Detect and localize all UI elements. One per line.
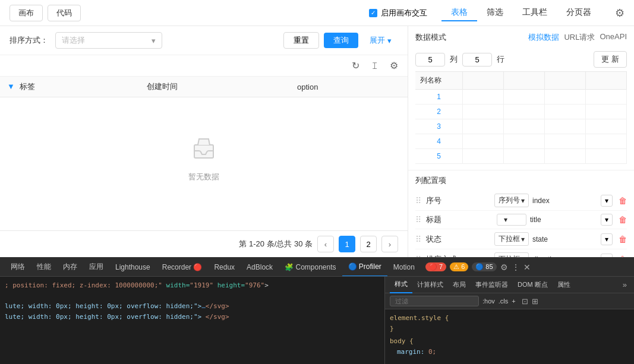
col-config-name: 状态 [426, 234, 491, 245]
filter-hov[interactable]: :hov [482, 297, 495, 305]
canvas-checkbox[interactable] [369, 9, 377, 17]
query-button[interactable]: 查询 [324, 33, 358, 48]
page-1-btn[interactable]: 1 [339, 236, 355, 252]
next-page-btn[interactable]: › [381, 236, 398, 252]
mode-url[interactable]: URL请求 [564, 32, 595, 43]
sort-select-placeholder: 请选择 [62, 35, 85, 46]
col-value-select[interactable]: ▾ [601, 233, 613, 245]
nav-tabs: 表格 筛选 工具栏 分页器 [441, 5, 601, 21]
devtools-right-tab-styles[interactable]: 样式 [390, 277, 412, 293]
col-cell-4-3 [504, 134, 545, 149]
main-area: 排序方式： 请选择 ▾ 重置 查询 展开 ▾ ↻ 𝙸 ⚙ [0, 26, 634, 257]
devtools-right-tab-events[interactable]: 事件监听器 [471, 277, 513, 293]
cols-input[interactable] [415, 53, 445, 67]
edit-icon[interactable]: 𝙸 [369, 59, 380, 72]
undock-icon[interactable]: ⊞ [532, 297, 538, 306]
devtools-tab-perf[interactable]: 性能 [31, 258, 57, 277]
devtools-tab-profiler[interactable]: 🔵 Profiler [342, 258, 387, 277]
update-btn[interactable]: 更 新 [594, 51, 627, 68]
col-header-option: option [290, 77, 408, 97]
devtools-tab-components[interactable]: 🧩 Components [279, 258, 342, 277]
style-element-close: } [390, 324, 629, 334]
expand-styles-icon[interactable]: » [623, 280, 627, 289]
drag-handle-icon[interactable]: ⠿ [415, 215, 421, 224]
settings-icon[interactable]: ⚙ [615, 7, 624, 20]
filter-row: 排序方式： 请选择 ▾ 重置 查询 展开 ▾ [0, 26, 408, 55]
table-toolbar: ↻ 𝙸 ⚙ [0, 55, 408, 77]
delete-col-icon[interactable]: 🗑 [619, 235, 627, 244]
data-mode-header: 数据模式 模拟数据 URL请求 OneAPI [415, 32, 627, 43]
cols-rows: 列 行 更 新 [415, 48, 627, 71]
filter-plus[interactable]: + [512, 297, 515, 305]
col-config-row: ⠿ 状态 下拉框▾ state ▾ 🗑 [415, 229, 627, 249]
col-value-select[interactable]: ▾ [601, 214, 613, 226]
delete-col-icon[interactable]: 🗑 [619, 196, 627, 205]
devtools-right-tab-layout[interactable]: 布局 [448, 277, 471, 293]
devtools-right-tab-dombreakpoints[interactable]: DOM 断点 [513, 277, 553, 293]
col-grid-h3 [504, 72, 545, 90]
devtools-tab-network[interactable]: 网络 [5, 258, 31, 277]
delete-col-icon[interactable]: 🗑 [619, 215, 627, 224]
nav-tab-filter[interactable]: 筛选 [477, 5, 513, 21]
expand-filter-icon[interactable]: ⊡ [522, 297, 528, 306]
col-grid-h2 [463, 72, 504, 90]
refresh-icon[interactable]: ↻ [349, 59, 362, 72]
devtools-right-tab-computed[interactable]: 计算样式 [412, 277, 448, 293]
devtools-tab-adblock[interactable]: AdBlock [241, 258, 279, 277]
expand-button[interactable]: 展开 ▾ [363, 32, 398, 49]
expand-label: 展开 [370, 35, 385, 46]
col-cell-1-3 [504, 90, 545, 105]
devtools-tab-redux[interactable]: Redux [208, 258, 241, 277]
styles-filter-input[interactable] [390, 296, 479, 306]
col-cell-5-3 [504, 149, 545, 164]
devtools-right-tab-props[interactable]: 属性 [553, 277, 575, 293]
col-config-value: index [532, 197, 597, 205]
col-cell-4-2 [463, 134, 504, 149]
devtools-tab-lighthouse[interactable]: Lighthouse [109, 258, 156, 277]
drag-handle-icon[interactable]: ⠿ [415, 235, 421, 244]
mode-mock[interactable]: 模拟数据 [528, 32, 559, 43]
col-type-select[interactable]: 下拉框▾ [494, 232, 529, 246]
devtools-settings-icon[interactable]: ⚙ [500, 262, 508, 272]
filter-cls[interactable]: .cls [499, 297, 509, 305]
col-name-grid: 列名称 1 2 3 [415, 71, 627, 164]
tab-code-btn[interactable]: 代码 [48, 5, 81, 21]
nav-tab-pager[interactable]: 分页器 [557, 5, 601, 21]
sort-select[interactable]: 请选择 ▾ [55, 32, 162, 49]
close-devtools-icon[interactable]: ✕ [523, 262, 531, 272]
devtools-tab-motion[interactable]: Motion [387, 258, 421, 277]
nav-tab-toolbar[interactable]: 工具栏 [513, 5, 557, 21]
col-cell-4-5 [586, 134, 627, 149]
devtools-tab-recorder[interactable]: Recorder 🔴 [156, 258, 209, 277]
col-cell-2-4 [545, 105, 586, 119]
settings-gear-icon[interactable]: ⚙ [387, 59, 400, 72]
code-line-4: lute; width: 0px; height: 0px; overflow:… [5, 312, 380, 322]
prev-page-btn[interactable]: ‹ [317, 236, 334, 252]
left-panel: 排序方式： 请选择 ▾ 重置 查询 展开 ▾ ↻ 𝙸 ⚙ [0, 26, 408, 257]
mode-oneapi[interactable]: OneAPI [600, 32, 627, 43]
rows-input[interactable] [462, 53, 492, 67]
devtools-tab-app[interactable]: 应用 [83, 258, 109, 277]
table-area: ▼ 标签 创建时间 option [0, 77, 408, 230]
devtools-more-icon[interactable]: ⋮ [512, 262, 520, 272]
col-cell-3-5 [586, 119, 627, 134]
col-config-section: 列配置项 ⠿ 序号 序列号▾ index ▾ 🗑 ⠿ 标题 ▾ title ▾ … [408, 170, 634, 257]
devtools-right-tabs: 样式 计算样式 布局 事件监听器 DOM 断点 属性 » [385, 277, 634, 293]
col-value-select[interactable]: ▾ [601, 195, 613, 207]
col-cell-2-2 [463, 105, 504, 119]
devtools-content: ; position: fixed; z-index: 1000000000;"… [0, 277, 634, 364]
reset-button[interactable]: 重置 [283, 32, 319, 49]
nav-tab-table[interactable]: 表格 [441, 5, 477, 21]
drag-handle-icon[interactable]: ⠿ [415, 196, 421, 205]
col-type-select[interactable]: 序列号▾ [494, 194, 529, 207]
style-content: element.style { } body { margin: 0; [385, 309, 634, 360]
col-type-select[interactable]: ▾ [497, 214, 526, 226]
checkbox-label: 启用画布交互 [381, 8, 427, 18]
tab-canvas-btn[interactable]: 画布 [10, 5, 43, 21]
devtools-tab-mem[interactable]: 内存 [57, 258, 83, 277]
col-cell-2-3 [504, 105, 545, 119]
col-type-select[interactable]: 下拉框▾ [494, 252, 529, 257]
filter-icon[interactable]: ▼ [7, 82, 15, 91]
page-2-btn[interactable]: 2 [360, 236, 377, 252]
col-config-title: 列配置项 [415, 175, 627, 186]
